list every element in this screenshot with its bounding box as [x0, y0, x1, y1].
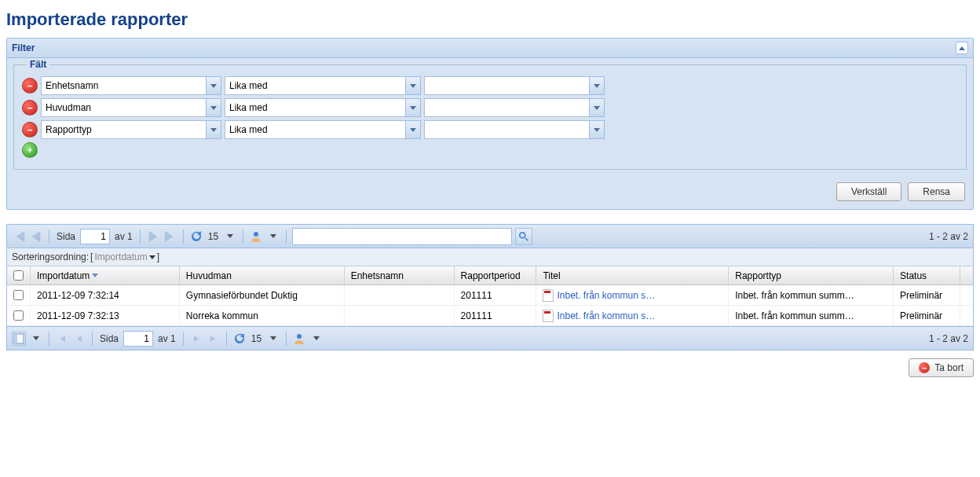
column-header-status[interactable]: Status [894, 266, 960, 285]
dropdown-trigger[interactable] [589, 76, 605, 95]
first-page-button[interactable] [12, 229, 26, 244]
operator-select[interactable] [225, 76, 421, 95]
user-filter-button[interactable] [292, 332, 306, 346]
separator [183, 229, 184, 244]
dropdown-trigger[interactable] [589, 120, 605, 139]
prev-page-button[interactable] [29, 229, 43, 244]
chevron-down-icon [270, 336, 276, 340]
value-select-input[interactable] [424, 120, 589, 139]
search-button[interactable] [515, 228, 532, 245]
value-select-input[interactable] [424, 98, 589, 117]
fieldset-legend: Fält [27, 59, 49, 70]
add-filter-button[interactable]: + [22, 142, 38, 158]
dropdown-trigger[interactable] [589, 98, 605, 117]
first-page-button[interactable] [55, 332, 69, 346]
operator-select-input[interactable] [225, 98, 405, 117]
user-filter-button[interactable] [249, 229, 263, 244]
column-header-rapporttyp[interactable]: Rapporttyp [729, 266, 894, 285]
dropdown-trigger[interactable] [206, 98, 221, 117]
last-page-button[interactable] [163, 229, 177, 244]
cell-status: Preliminär [894, 285, 960, 306]
last-page-button[interactable] [207, 332, 221, 346]
filter-fieldset: Fält – [13, 64, 967, 170]
field-select-input[interactable] [41, 98, 206, 117]
sort-indicator-row: Sorteringsordning: [ Importdatum ] [7, 248, 973, 266]
page-label-suffix: av 1 [156, 333, 177, 344]
value-select[interactable] [424, 76, 605, 95]
chevron-down-icon [594, 84, 600, 88]
dropdown-trigger[interactable] [405, 120, 421, 139]
operator-select-input[interactable] [225, 120, 405, 139]
collapse-panel-button[interactable] [956, 42, 968, 54]
current-page-input[interactable] [123, 331, 153, 347]
cell-extra [960, 306, 973, 326]
svg-point-4 [297, 334, 302, 339]
page-size-dropdown[interactable] [266, 332, 280, 346]
sort-desc-icon [92, 273, 98, 277]
separator [243, 229, 243, 244]
column-header-huvudman[interactable]: Huvudman [180, 266, 345, 285]
remove-filter-button[interactable]: – [22, 78, 38, 94]
field-select-input[interactable] [41, 76, 206, 95]
report-title-link[interactable]: Inbet. från kommun s… [557, 290, 655, 301]
chevron-down-icon [227, 234, 233, 238]
next-page-button[interactable] [146, 229, 160, 244]
cell-status: Preliminär [894, 306, 960, 326]
column-header-enhetsnamn[interactable]: Enhetsnamn [345, 266, 455, 285]
paging-toolbar-bottom: Sida av 1 15 1 - 2 av 2 [7, 326, 973, 350]
chevron-up-icon [959, 46, 965, 50]
next-page-button[interactable] [189, 332, 203, 346]
delete-button[interactable]: – Ta bort [909, 358, 974, 377]
remove-filter-button[interactable]: – [22, 100, 38, 116]
table-row[interactable]: 2011-12-09 7:32:14 Gymnasieförbundet Duk… [7, 285, 973, 306]
dropdown-trigger[interactable] [206, 76, 221, 95]
chevron-down-icon [270, 234, 276, 238]
row-checkbox[interactable] [13, 290, 24, 300]
column-header-titel[interactable]: Titel [536, 266, 729, 285]
operator-select[interactable] [225, 120, 421, 139]
column-picker-button[interactable] [12, 332, 26, 346]
apply-filter-button[interactable]: Verkställ [836, 182, 901, 201]
field-select-input[interactable] [41, 120, 206, 139]
current-page-input[interactable] [80, 229, 110, 244]
page-size-dropdown[interactable] [223, 229, 237, 244]
value-select[interactable] [424, 120, 605, 139]
column-header-rapportperiod[interactable]: Rapportperiod [455, 266, 537, 285]
user-filter-dropdown[interactable] [309, 332, 324, 346]
field-select[interactable] [41, 120, 221, 139]
row-checkbox-cell [7, 306, 31, 326]
operator-select-input[interactable] [225, 76, 405, 95]
column-picker-dropdown[interactable] [29, 332, 43, 346]
dropdown-trigger[interactable] [405, 76, 421, 95]
refresh-button[interactable] [232, 332, 247, 346]
chevron-down-icon [33, 336, 39, 340]
add-filter-row: + [22, 142, 958, 158]
select-all-header[interactable] [7, 266, 31, 285]
search-input[interactable] [292, 228, 512, 245]
column-header-importdatum[interactable]: Importdatum [31, 266, 180, 285]
refresh-button[interactable] [189, 229, 203, 244]
clear-filter-button[interactable]: Rensa [908, 182, 965, 201]
filter-panel-title: Filter [12, 42, 35, 53]
value-select-input[interactable] [424, 76, 589, 95]
cell-rapporttyp: Inbet. från kommun summ… [729, 285, 894, 306]
remove-filter-button[interactable]: – [22, 122, 38, 138]
dropdown-trigger[interactable] [405, 98, 421, 117]
separator [226, 332, 227, 346]
value-select[interactable] [424, 98, 605, 117]
dropdown-trigger[interactable] [206, 120, 221, 139]
chevron-down-icon [410, 106, 416, 110]
select-all-checkbox[interactable] [13, 270, 24, 281]
chevron-down-icon [313, 336, 320, 340]
operator-select[interactable] [225, 98, 421, 117]
sort-field-chip[interactable]: Importdatum [94, 251, 155, 262]
prev-page-button[interactable] [72, 332, 86, 346]
field-select[interactable] [41, 76, 221, 95]
sort-label: Sorteringsordning: [12, 251, 89, 262]
grid-column-header-row: Importdatum Huvudman Enhetsnamn Rapportp… [7, 266, 973, 285]
report-title-link[interactable]: Inbet. från kommun s… [557, 310, 655, 321]
row-checkbox[interactable] [13, 310, 24, 321]
table-row[interactable]: 2011-12-09 7:32:13 Norreka kommun 201111… [7, 306, 973, 326]
user-filter-dropdown[interactable] [266, 229, 280, 244]
field-select[interactable] [41, 98, 221, 117]
